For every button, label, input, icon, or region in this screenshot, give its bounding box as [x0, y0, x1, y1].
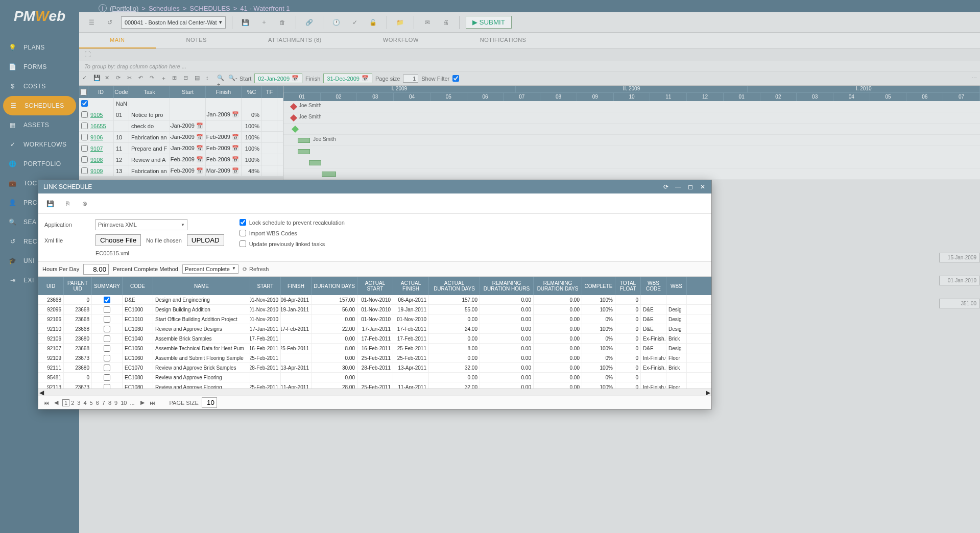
- close-icon[interactable]: ✕: [699, 183, 706, 190]
- page-number[interactable]: 3: [76, 400, 82, 406]
- refresh-button[interactable]: ⟳ Refresh: [243, 266, 269, 273]
- modal-table-row[interactable]: 92110 23668 EC1030 Review and Approve De…: [38, 324, 711, 334]
- update-linked-checkbox[interactable]: [240, 240, 246, 247]
- choose-file-button[interactable]: Choose File: [95, 234, 141, 246]
- modal-col-header[interactable]: REMAINING DURATION HOURS: [480, 277, 534, 295]
- modal-grid-header: UIDPARENT UIDSUMMARYCODENAMESTARTFINISHD…: [38, 277, 711, 295]
- minimize-icon[interactable]: —: [675, 183, 682, 190]
- page-number[interactable]: 2: [69, 400, 76, 406]
- summary-checkbox[interactable]: [104, 345, 110, 352]
- maximize-icon[interactable]: ◻: [687, 183, 694, 190]
- modal-save-icon[interactable]: 💾: [44, 198, 56, 209]
- modal-col-header[interactable]: WBS CODE: [641, 277, 666, 295]
- modal-table-row[interactable]: 23668 0 D&E Design and Engineering 01-No…: [38, 295, 711, 305]
- page-number[interactable]: ...: [128, 400, 136, 406]
- modal-col-header[interactable]: ACTUAL DURATION DAYS: [429, 277, 480, 295]
- modal-col-header[interactable]: START: [250, 277, 281, 295]
- modal-cancel-icon[interactable]: ⊗: [79, 198, 90, 209]
- summary-checkbox[interactable]: [104, 374, 110, 381]
- modal-grid-body: 23668 0 D&E Design and Engineering 01-No…: [38, 295, 711, 389]
- link-schedule-modal: LINK SCHEDULE ⟳ — ◻ ✕ 💾 ⎘ ⊗ Application …: [38, 180, 712, 409]
- hours-per-day-input[interactable]: [83, 264, 109, 275]
- next-page-icon[interactable]: ▶: [139, 399, 146, 406]
- modal-col-header[interactable]: CODE: [123, 277, 153, 295]
- summary-checkbox[interactable]: [104, 355, 110, 361]
- import-wbs-label: Import WBS Codes: [249, 230, 297, 236]
- modal-title: LINK SCHEDULE: [43, 183, 92, 190]
- hours-per-day-label: Hours Per Day: [42, 266, 79, 272]
- page-number[interactable]: 5: [88, 400, 94, 406]
- modal-col-header[interactable]: ACTUAL FINISH: [393, 277, 429, 295]
- first-page-icon[interactable]: ⏮: [42, 400, 50, 406]
- page-number[interactable]: 6: [94, 400, 101, 406]
- modal-table-row[interactable]: 92109 23673 EC1060 Assemble and Submit F…: [38, 353, 711, 363]
- modal-col-header[interactable]: SUMMARY: [92, 277, 123, 295]
- page-number[interactable]: 4: [82, 400, 88, 406]
- last-page-icon[interactable]: ⏭: [149, 400, 156, 406]
- pcm-select[interactable]: Percent Complete: [182, 264, 238, 274]
- page-number[interactable]: 1: [62, 399, 69, 406]
- update-linked-label: Update previously linked tasks: [249, 241, 325, 247]
- modal-table-row[interactable]: 92107 23668 EC1050 Assemble Technical Da…: [38, 344, 711, 353]
- modal-form: Application Primavera XML Xml file Choos…: [38, 214, 711, 261]
- modal-titlebar: LINK SCHEDULE ⟳ — ◻ ✕: [38, 180, 711, 193]
- modal-table-row[interactable]: 92096 23668 EC1000 Design Building Addit…: [38, 305, 711, 314]
- pager: ⏮ ◀ 12345678910... ▶ ⏭ PAGE SIZE: [38, 396, 711, 409]
- upload-button[interactable]: UPLOAD: [187, 234, 224, 246]
- modal-col-header[interactable]: REMAINING DURATION DAYS: [534, 277, 582, 295]
- modal-grid-toolbar: Hours Per Day Percent Complete Method Pe…: [38, 261, 711, 277]
- modal-col-header[interactable]: TOTAL FLOAT: [615, 277, 641, 295]
- modal-col-header[interactable]: WBS: [666, 277, 687, 295]
- page-number[interactable]: 7: [101, 400, 107, 406]
- modal-table-row[interactable]: 92111 23680 EC1070 Review and Approve Br…: [38, 363, 711, 373]
- page-number[interactable]: 9: [113, 400, 119, 406]
- page-size-input[interactable]: [202, 397, 217, 408]
- page-number[interactable]: 8: [107, 400, 113, 406]
- lock-schedule-label: Lock schedule to prevent recalculation: [249, 220, 345, 226]
- prev-page-icon[interactable]: ◀: [53, 399, 59, 406]
- modal-export-icon[interactable]: ⎘: [62, 198, 73, 209]
- horizontal-scrollbar[interactable]: ◀▶: [38, 389, 711, 396]
- modal-toolbar: 💾 ⎘ ⊗: [38, 193, 711, 214]
- filename-text: EC00515.xml: [95, 250, 129, 256]
- summary-checkbox[interactable]: [104, 316, 110, 323]
- summary-checkbox[interactable]: [104, 365, 110, 371]
- summary-checkbox[interactable]: [104, 326, 110, 332]
- application-select[interactable]: Primavera XML: [95, 219, 187, 230]
- refresh-window-icon[interactable]: ⟳: [662, 183, 670, 190]
- modal-col-header[interactable]: PARENT UID: [64, 277, 92, 295]
- modal-table-row[interactable]: 92166 23668 EC1010 Start Office Building…: [38, 314, 711, 324]
- xml-file-label: Xml file: [44, 237, 90, 244]
- application-label: Application: [44, 222, 90, 228]
- modal-col-header[interactable]: NAME: [153, 277, 250, 295]
- modal-col-header[interactable]: COMPLETE: [582, 277, 615, 295]
- summary-checkbox[interactable]: [104, 384, 110, 389]
- modal-table-row[interactable]: 92106 23680 EC1040 Assemble Brick Sample…: [38, 334, 711, 344]
- pcm-label: Percent Complete Method: [113, 266, 178, 272]
- modal-col-header[interactable]: UID: [38, 277, 64, 295]
- summary-checkbox[interactable]: [104, 306, 110, 313]
- summary-checkbox[interactable]: [104, 297, 110, 303]
- modal-col-header[interactable]: ACTUAL START: [357, 277, 393, 295]
- modal-col-header[interactable]: FINISH: [281, 277, 312, 295]
- modal-col-header[interactable]: DURATION DAYS: [312, 277, 357, 295]
- no-file-text: No file chosen: [146, 237, 182, 244]
- import-wbs-checkbox[interactable]: [240, 230, 246, 236]
- modal-table-row[interactable]: 92113 23673 EC1080 Review and Approve Fl…: [38, 382, 711, 389]
- page-size-label: PAGE SIZE: [170, 400, 199, 406]
- modal-table-row[interactable]: 95481 0 EC1080 Review and Approve Floori…: [38, 373, 711, 382]
- summary-checkbox[interactable]: [104, 335, 110, 342]
- page-number[interactable]: 10: [119, 400, 128, 406]
- lock-schedule-checkbox[interactable]: [240, 219, 246, 226]
